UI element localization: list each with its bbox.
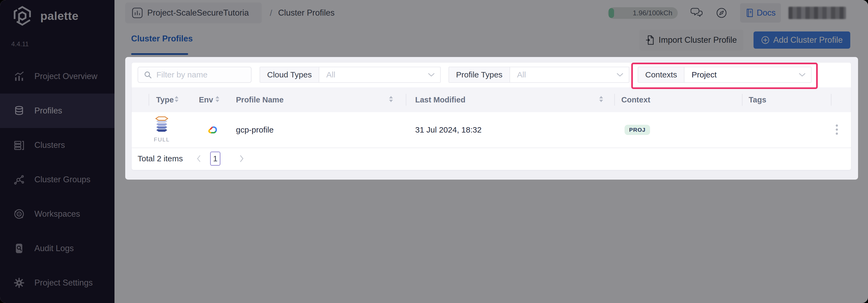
app-name: palette <box>40 9 79 23</box>
compass-icon[interactable] <box>716 7 727 19</box>
filter-toolbar: Cloud Types All Profile Types All Contex… <box>132 63 851 87</box>
cloud-types-value: All <box>319 67 428 82</box>
nodes-icon <box>13 174 25 186</box>
profile-types-value: All <box>510 67 617 82</box>
contexts-label: Contexts <box>638 67 684 82</box>
plus-circle-icon <box>761 36 770 44</box>
last-modified: 31 Jul 2024, 18:32 <box>415 112 482 148</box>
full-stack-icon <box>155 116 168 135</box>
column-header-type: Type <box>156 87 174 112</box>
logo: palette <box>12 5 79 26</box>
docs-button-label: Docs <box>757 8 776 18</box>
column-separator <box>149 94 149 105</box>
pagination-next-icon[interactable] <box>239 155 244 164</box>
sidebar-item-label: Profiles <box>34 106 62 116</box>
sidebar-item-label: Project Overview <box>34 71 97 81</box>
breadcrumb-project[interactable]: Project-ScaleSecureTutoria <box>125 2 262 23</box>
layers-icon <box>13 104 25 117</box>
pagination-total: Total 2 items <box>137 148 183 169</box>
palette-logo-icon <box>12 5 33 26</box>
gear-icon <box>13 277 25 289</box>
add-button-label: Add Cluster Profile <box>773 35 843 45</box>
cloud-types-filter[interactable]: Cloud Types All <box>259 67 441 83</box>
profile-name: gcp-profile <box>236 112 274 148</box>
context-badge: PROJ <box>624 125 650 135</box>
chevron-down-icon <box>428 67 435 82</box>
cloud-types-label: Cloud Types <box>260 67 319 82</box>
redacted-user-menu[interactable] <box>788 7 846 19</box>
sidebar-item-cluster-groups[interactable]: Cluster Groups <box>0 162 115 197</box>
servers-icon <box>13 139 25 151</box>
breadcrumb-separator: / <box>270 8 272 18</box>
row-actions-kebab-icon[interactable] <box>835 123 839 136</box>
sidebar-item-profiles[interactable]: Profiles <box>0 94 115 128</box>
breadcrumb-page-title: Cluster Profiles <box>278 8 335 18</box>
add-cluster-profile-button[interactable]: Add Cluster Profile <box>753 31 850 49</box>
sidebar-item-project-settings[interactable]: Project Settings <box>0 266 115 300</box>
import-button-label: Import Cluster Profile <box>659 35 737 45</box>
chevron-down-icon <box>799 67 806 82</box>
docs-button[interactable]: Docs <box>740 3 781 23</box>
bar-chart-icon <box>13 70 25 83</box>
column-separator <box>614 94 615 105</box>
column-separator <box>406 94 406 105</box>
column-separator <box>831 94 832 105</box>
book-icon <box>745 8 753 18</box>
search-box[interactable] <box>137 67 251 83</box>
cluster-profiles-card: Cloud Types All Profile Types All Contex… <box>125 57 858 180</box>
sidebar: palette 4.4.11 Project Overview <box>0 0 115 303</box>
sort-profile-name-control[interactable] <box>389 96 393 102</box>
usage-quota-badge: 1.96/100kCh <box>608 7 678 19</box>
profile-types-label: Profile Types <box>449 67 510 82</box>
orbit-icon <box>13 208 25 220</box>
tab-bar: Cluster Profiles Import Cluster Profile … <box>115 26 868 57</box>
usage-quota-text: 1.96/100kCh <box>633 7 672 19</box>
search-icon <box>144 71 152 79</box>
table-row[interactable]: FULL gcp-profile 31 Jul 2024, 18:32 PROJ <box>132 112 851 148</box>
table-header: Type Env Profile Name Last Modified Cont… <box>132 87 851 112</box>
doc-search-icon <box>13 242 25 254</box>
sidebar-item-label: Cluster Groups <box>34 175 90 184</box>
column-header-tags: Tags <box>749 87 767 112</box>
column-header-context: Context <box>621 87 650 112</box>
filter-by-name-input[interactable] <box>156 70 237 80</box>
breadcrumb-project-label: Project-ScaleSecureTutoria <box>147 8 249 18</box>
profile-types-filter[interactable]: Profile Types All <box>448 67 629 83</box>
contexts-filter[interactable]: Contexts Project <box>638 67 812 83</box>
column-header-last-modified: Last Modified <box>415 87 465 112</box>
pagination-prev-icon[interactable] <box>196 155 201 164</box>
sidebar-item-clusters[interactable]: Clusters <box>0 128 115 162</box>
chat-icon[interactable] <box>691 7 703 19</box>
contexts-value: Project <box>684 67 799 82</box>
pagination-page-1[interactable]: 1 <box>210 152 220 165</box>
sidebar-item-label: Project Settings <box>34 278 93 288</box>
sidebar-item-label: Audit Logs <box>34 244 74 253</box>
sidebar-item-audit-logs[interactable]: Audit Logs <box>0 231 115 266</box>
sidebar-item-project-overview[interactable]: Project Overview <box>0 59 115 94</box>
profile-type-label: FULL <box>149 136 174 143</box>
sidebar-nav: Project Overview Profiles <box>0 59 115 300</box>
chevron-down-icon <box>617 67 623 82</box>
gcp-cloud-icon <box>208 126 218 135</box>
sidebar-item-label: Clusters <box>34 140 65 150</box>
sort-last-modified-control[interactable] <box>599 96 603 102</box>
column-separator <box>742 94 743 105</box>
import-file-icon <box>646 35 655 45</box>
column-header-profile-name: Profile Name <box>236 87 283 112</box>
app-version: 4.4.11 <box>11 40 29 48</box>
sidebar-item-workspaces[interactable]: Workspaces <box>0 197 115 231</box>
column-header-env: Env <box>199 87 213 112</box>
tab-active-underline <box>131 53 188 55</box>
app-window: palette 4.4.11 Project Overview <box>0 0 868 303</box>
usage-progress-fill <box>609 8 614 18</box>
sort-type-control[interactable] <box>175 96 179 102</box>
top-header: Project-ScaleSecureTutoria / Cluster Pro… <box>115 0 868 26</box>
cluster-profiles-table: Cloud Types All Profile Types All Contex… <box>132 63 851 170</box>
tab-cluster-profiles[interactable]: Cluster Profiles <box>131 34 193 43</box>
sidebar-item-label: Workspaces <box>34 209 80 219</box>
pagination-bar: Total 2 items 1 <box>132 148 851 170</box>
project-icon <box>132 7 143 19</box>
import-cluster-profile-button[interactable]: Import Cluster Profile <box>639 30 743 51</box>
sort-env-control[interactable] <box>216 96 219 102</box>
